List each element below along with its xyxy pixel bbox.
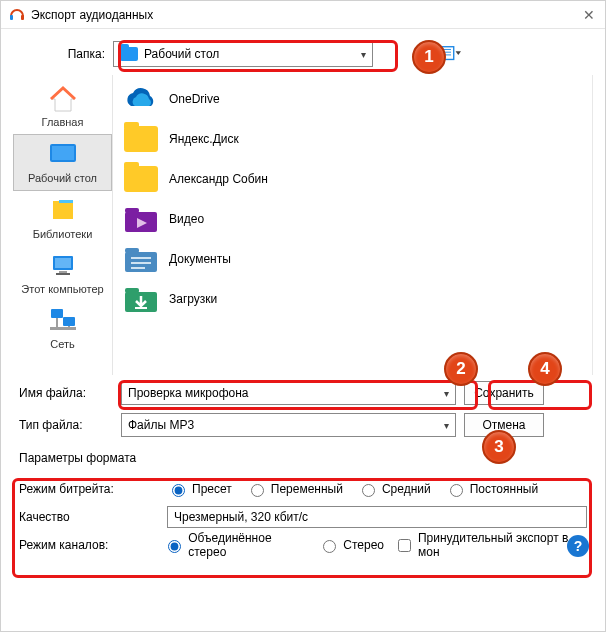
library-icon — [47, 197, 79, 225]
folder-value: Рабочий стол — [144, 47, 219, 61]
sidebar-item-desktop[interactable]: Рабочий стол — [13, 134, 112, 191]
folder-icon — [123, 164, 159, 194]
list-item-label: Загрузки — [169, 292, 217, 306]
app-icon — [9, 7, 25, 23]
svg-text:✦: ✦ — [424, 54, 430, 61]
list-item[interactable]: Александр Собин — [119, 159, 586, 199]
svg-rect-16 — [55, 258, 71, 268]
quality-label: Качество — [19, 510, 167, 524]
svg-rect-20 — [63, 317, 75, 326]
list-item-label: Видео — [169, 212, 204, 226]
sidebar-item-computer[interactable]: Этот компьютер — [13, 246, 112, 301]
bitrate-variable-radio[interactable]: Переменный — [246, 481, 343, 497]
svg-rect-11 — [52, 146, 74, 160]
list-item[interactable]: Документы — [119, 239, 586, 279]
sidebar-item-label: Этот компьютер — [21, 283, 103, 295]
folder-dropdown[interactable]: Рабочий стол ▾ — [113, 41, 373, 67]
svg-rect-1 — [21, 15, 24, 20]
folder-icon — [120, 47, 138, 61]
titlebar: Экспорт аудиоданных ✕ — [1, 1, 605, 29]
filetype-dropdown[interactable]: Файлы MP3 ▾ — [121, 413, 456, 437]
quality-dropdown[interactable]: Чрезмерный, 320 кбит/с — [167, 506, 587, 528]
sidebar-item-libraries[interactable]: Библиотеки — [13, 191, 112, 246]
save-button[interactable]: Сохранить — [464, 381, 544, 405]
svg-rect-3 — [415, 48, 422, 51]
onedrive-icon — [123, 84, 159, 114]
format-heading: Параметры формата — [19, 451, 587, 465]
svg-rect-0 — [10, 15, 13, 20]
list-item[interactable]: Видео — [119, 199, 586, 239]
sidebar-item-label: Главная — [42, 116, 84, 128]
folder-label: Папка: — [13, 47, 113, 61]
list-item-label: Александр Собин — [169, 172, 268, 186]
sidebar-item-label: Сеть — [50, 338, 74, 350]
svg-rect-19 — [51, 309, 63, 318]
window-title: Экспорт аудиоданных — [31, 8, 153, 22]
chevron-down-icon: ▾ — [361, 49, 366, 60]
svg-rect-18 — [56, 273, 70, 275]
format-section: Параметры формата Режим битрейта: Пресет… — [13, 451, 593, 559]
filetype-value: Файлы MP3 — [128, 418, 194, 432]
channel-label: Режим каналов: — [19, 538, 163, 552]
network-icon — [47, 307, 79, 335]
downloads-folder-icon — [123, 284, 159, 314]
filename-input[interactable]: Проверка микрофона ▾ — [121, 381, 456, 405]
list-item[interactable]: Яндекс.Диск — [119, 119, 586, 159]
help-icon[interactable]: ? — [567, 535, 589, 557]
filetype-label: Тип файла: — [13, 418, 113, 432]
list-item[interactable]: Загрузки — [119, 279, 586, 319]
svg-rect-14 — [59, 200, 73, 203]
chevron-down-icon: ▾ — [444, 388, 449, 399]
sidebar-item-network[interactable]: Сеть — [13, 301, 112, 356]
svg-rect-6 — [441, 47, 454, 60]
quality-value: Чрезмерный, 320 кбит/с — [174, 510, 308, 524]
channel-radios: Объединённое стерео Стерео Принудительны… — [163, 531, 587, 559]
documents-folder-icon — [123, 244, 159, 274]
bitrate-label: Режим битрейта: — [19, 482, 167, 496]
sidebar: Главная Рабочий стол Библиотеки Этот ком… — [13, 75, 113, 375]
force-mono-checkbox[interactable]: Принудительный экспорт в мон — [394, 531, 587, 559]
view-options-icon[interactable] — [441, 44, 461, 64]
list-item-label: Яндекс.Диск — [169, 132, 239, 146]
chevron-down-icon: ▾ — [444, 420, 449, 431]
list-item[interactable]: OneDrive — [119, 79, 586, 119]
svg-rect-17 — [59, 271, 67, 273]
sidebar-item-home[interactable]: Главная — [13, 79, 112, 134]
channel-joint-radio[interactable]: Объединённое стерео — [163, 531, 308, 559]
sidebar-item-label: Библиотеки — [33, 228, 93, 240]
filename-value: Проверка микрофона — [128, 386, 248, 400]
channel-stereo-radio[interactable]: Стерео — [318, 537, 384, 553]
desktop-icon — [47, 141, 79, 169]
svg-rect-32 — [125, 288, 139, 293]
svg-rect-27 — [125, 248, 139, 253]
file-list: OneDrive Яндекс.Диск Александр Собин Вид… — [113, 75, 593, 375]
svg-rect-21 — [50, 327, 76, 330]
cancel-button[interactable]: Отмена — [464, 413, 544, 437]
bitrate-radios: Пресет Переменный Средний Постоянный — [167, 481, 538, 497]
computer-icon — [47, 252, 79, 280]
folder-icon — [123, 124, 159, 154]
new-folder-icon[interactable]: ✦ — [413, 44, 433, 64]
bitrate-average-radio[interactable]: Средний — [357, 481, 431, 497]
bitrate-constant-radio[interactable]: Постоянный — [445, 481, 538, 497]
svg-rect-25 — [125, 208, 139, 213]
bitrate-preset-radio[interactable]: Пресет — [167, 481, 232, 497]
close-icon[interactable]: ✕ — [581, 7, 597, 23]
list-item-label: OneDrive — [169, 92, 220, 106]
home-icon — [47, 85, 79, 113]
list-item-label: Документы — [169, 252, 231, 266]
filename-label: Имя файла: — [13, 386, 113, 400]
video-folder-icon — [123, 204, 159, 234]
svg-rect-12 — [53, 203, 73, 219]
sidebar-item-label: Рабочий стол — [28, 172, 97, 184]
